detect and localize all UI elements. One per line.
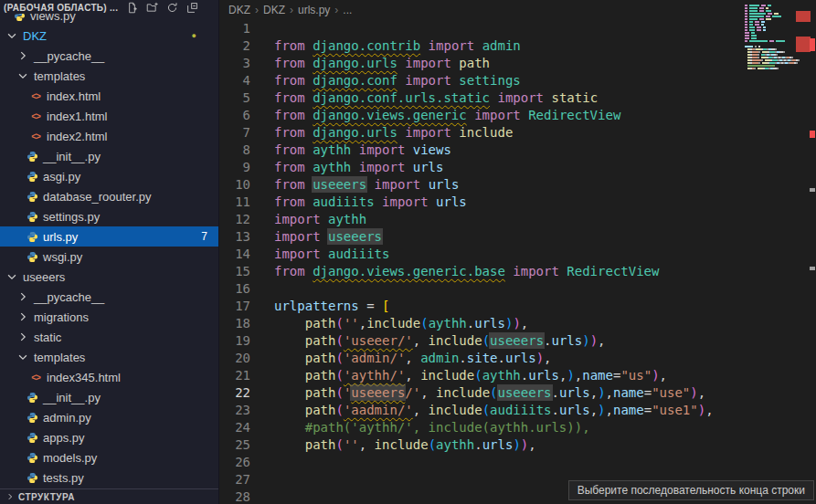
tree-item-label: index2.html [47, 130, 107, 143]
line-number: 1 [219, 20, 250, 37]
tree-item--pycache-[interactable]: __pycache__ [0, 46, 218, 66]
tree-item-label: asgi.py [43, 170, 80, 184]
code-line-4[interactable]: 4from django.conf import settings [219, 72, 803, 89]
tree-item--init-py[interactable]: __init__.py [0, 146, 218, 166]
breadcrumb-item[interactable]: DKZ [263, 4, 285, 16]
line-number: 19 [219, 332, 250, 350]
line-number: 26 [219, 454, 250, 471]
line-number: 17 [219, 298, 250, 315]
code-line-10[interactable]: 10from useeers import urls [219, 176, 803, 194]
tree-item-label: migrations [34, 310, 89, 324]
code-line-22[interactable]: 22 path('useeers/', include(useeers.urls… [219, 384, 803, 402]
tree-item-label: DKZ [23, 29, 47, 43]
code-line-13[interactable]: 13import useeers [219, 228, 803, 246]
code-line-16[interactable]: 16 [219, 280, 803, 298]
new-file-icon[interactable] [125, 1, 138, 14]
breadcrumb-item[interactable]: ... [343, 4, 352, 16]
tree-item-label: admin.py [43, 411, 91, 425]
outline-section-header[interactable]: СТРУКТУРА [0, 488, 218, 504]
tree-item-dkz[interactable]: DKZ● [0, 26, 218, 46]
minimap[interactable] [745, 2, 809, 79]
code-line-11[interactable]: 11from audiiits import urls [219, 194, 803, 211]
line-content [250, 488, 274, 504]
refresh-icon[interactable] [165, 1, 178, 14]
tree-item-label: models.py [43, 451, 97, 465]
chevron-right-icon [16, 331, 30, 343]
new-folder-icon[interactable] [145, 1, 158, 14]
code-line-2[interactable]: 2from django.contrib import admin [219, 37, 803, 55]
code-line-17[interactable]: 17urlpatterns = [ [219, 298, 803, 315]
code-line-6[interactable]: 6from django.views.generic import Redire… [219, 107, 803, 124]
breadcrumb-item[interactable]: DKZ [228, 4, 250, 16]
tree-item-label: index1.html [47, 110, 107, 123]
line-number: 16 [219, 280, 250, 298]
python-file-icon [25, 151, 39, 163]
overview-ruler[interactable] [809, 0, 816, 504]
code-line-23[interactable]: 23 path('aadmin/', include(audiiits.urls… [219, 402, 803, 419]
code-line-26[interactable]: 26 [219, 454, 803, 471]
line-number: 28 [219, 488, 250, 504]
tree-item-label: database_roouter.py [43, 190, 152, 204]
code-line-24[interactable]: 24 #path('aythh/', include(aythh.urls)), [219, 419, 803, 436]
code-line-3[interactable]: 3from django.urls import path [219, 55, 803, 72]
chevron-down-icon [5, 29, 19, 42]
line-number: 13 [219, 228, 250, 246]
tree-item-models-py[interactable]: models.py [0, 447, 218, 467]
line-number: 2 [219, 37, 250, 55]
tree-item--init-py[interactable]: __init__.py [0, 387, 218, 407]
code-line-15[interactable]: 15from django.views.generic.base import … [219, 263, 803, 280]
tree-item-urls-py[interactable]: urls.py7 [0, 226, 218, 247]
code-line-21[interactable]: 21 path('aythh/', include(aythh.urls,),n… [219, 367, 803, 384]
chevron-down-icon [16, 351, 30, 363]
tree-item-templates[interactable]: templates [0, 347, 218, 367]
code-line-20[interactable]: 20 path('admin/', admin.site.urls), [219, 350, 803, 367]
code-line-18[interactable]: 18 path('',include(aythh.urls)), [219, 315, 803, 332]
code-line-8[interactable]: 8from aythh import views [219, 142, 803, 159]
tree-item-apps-py[interactable]: apps.py [0, 427, 218, 447]
chevron-right-icon [16, 290, 30, 303]
tree-item-wsgi-py[interactable]: wsgi.py [0, 247, 218, 267]
tree-item-settings-py[interactable]: settings.py [0, 206, 218, 226]
line-number: 7 [219, 124, 250, 142]
line-content: path('useeer/', include(useeers.urls)), [250, 332, 606, 350]
ruler-highlight-marker [810, 188, 815, 192]
line-number: 27 [219, 471, 250, 488]
line-number: 24 [219, 419, 250, 436]
tree-item-admin-py[interactable]: admin.py [0, 407, 218, 427]
code-line-14[interactable]: 14import audiiits [219, 246, 803, 263]
breadcrumb-separator: › [255, 4, 259, 16]
code-line-5[interactable]: 5from django.conf.urls.static import sta… [219, 89, 803, 107]
code-line-25[interactable]: 25 path('', include(aythh.urls)), [219, 436, 803, 454]
tree-item-index-html[interactable]: <>index.html [0, 86, 218, 106]
code-line-12[interactable]: 12import aythh [219, 211, 803, 228]
tree-item--pycache-[interactable]: __pycache__ [0, 287, 218, 307]
tree-item-index2-html[interactable]: <>index2.html [0, 126, 218, 146]
tree-item-asgi-py[interactable]: asgi.py [0, 166, 218, 186]
tree-item-index1-html[interactable]: <>index1.html [0, 106, 218, 126]
tree-item-label: index345.html [47, 371, 121, 384]
tree-item-useeers[interactable]: useeers [0, 267, 218, 287]
line-content [250, 20, 274, 37]
breadcrumb-separator: › [290, 4, 293, 16]
code-line-19[interactable]: 19 path('useeer/', include(useeers.urls)… [219, 332, 803, 350]
tree-item-templates[interactable]: templates [0, 66, 218, 86]
breadcrumb-item[interactable]: urls.py [298, 4, 330, 16]
line-content: #path('aythh/', include(aythh.urls)), [250, 419, 590, 436]
tree-item-label: useeers [23, 270, 65, 284]
line-content: from django.conf import settings [250, 72, 521, 89]
tree-item-index345-html[interactable]: <>index345.html [0, 367, 218, 387]
code-line-9[interactable]: 9from aythh import urls [219, 159, 803, 176]
line-number: 3 [219, 55, 250, 72]
code-line-1[interactable]: 1 [219, 20, 803, 37]
line-content: from django.urls import include [250, 124, 513, 142]
tree-item-tests-py[interactable]: tests.py [0, 467, 218, 488]
tree-item-static[interactable]: static [0, 327, 218, 347]
line-content: path('', include(aythh.urls)), [250, 436, 536, 454]
code-area[interactable]: 12from django.contrib import admin3from … [219, 20, 803, 504]
html-file-icon: <> [28, 111, 43, 121]
code-line-7[interactable]: 7from django.urls import include [219, 124, 803, 142]
collapse-all-icon[interactable] [185, 1, 198, 14]
explorer-section-header[interactable]: (РАБОЧАЯ ОБЛАСТЬ) ... [0, 0, 218, 14]
tree-item-migrations[interactable]: migrations [0, 307, 218, 327]
tree-item-database-roouter-py[interactable]: database_roouter.py [0, 186, 218, 206]
